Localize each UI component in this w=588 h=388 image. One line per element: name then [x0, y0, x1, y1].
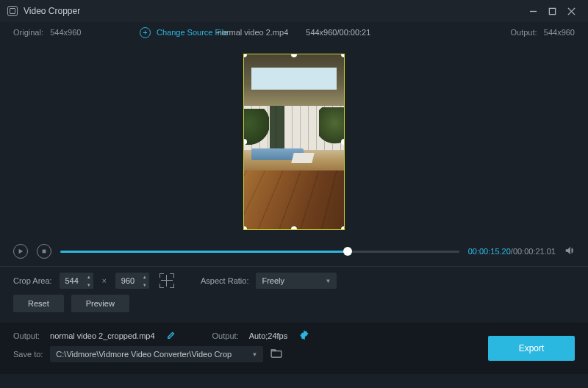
- reset-button[interactable]: Reset: [13, 295, 64, 312]
- preview-label: Preview: [86, 299, 115, 308]
- titlebar: Video Cropper: [0, 0, 588, 22]
- settings-button[interactable]: [299, 330, 309, 342]
- crop-handle[interactable]: [341, 226, 345, 230]
- save-to-label: Save to:: [13, 350, 43, 359]
- center-crop-button[interactable]: [159, 273, 174, 288]
- app-title: Video Cropper: [24, 6, 80, 16]
- multiply-sign: ×: [101, 276, 108, 285]
- spin-up-icon[interactable]: ▴: [85, 273, 93, 281]
- original-info: Original: 544x960: [13, 28, 131, 37]
- svg-rect-5: [43, 250, 46, 254]
- aspect-ratio-value: Freely: [262, 276, 284, 285]
- crop-box[interactable]: [243, 54, 345, 230]
- chevron-down-icon: ▼: [251, 351, 257, 358]
- preview-button[interactable]: Preview: [71, 295, 129, 312]
- minimize-button[interactable]: [523, 1, 542, 21]
- export-label: Export: [519, 343, 545, 353]
- original-size: 544x960: [50, 28, 81, 37]
- info-row: Original: 544x960 + Change Source File n…: [0, 22, 588, 43]
- crop-handle[interactable]: [243, 226, 247, 230]
- crop-handle[interactable]: [341, 54, 345, 57]
- save-path-value: C:\Vidmore\Vidmore Video Converter\Video…: [56, 350, 232, 359]
- svg-rect-8: [272, 351, 282, 358]
- spin-down-icon[interactable]: ▾: [85, 281, 93, 289]
- output-info: Output: 544x960: [511, 28, 575, 37]
- crop-width-input[interactable]: 544 ▴▾: [60, 273, 93, 289]
- crop-area-label: Crop Area:: [13, 276, 52, 285]
- svg-rect-1: [549, 8, 555, 14]
- source-meta: 544x960/00:00:21: [306, 28, 370, 37]
- close-button[interactable]: [562, 1, 581, 21]
- output-label: Output:: [511, 28, 537, 37]
- open-folder-button[interactable]: [270, 349, 282, 359]
- maximize-button[interactable]: [542, 1, 562, 21]
- crop-height-input[interactable]: 960 ▴▾: [115, 273, 149, 289]
- plus-circle-icon: +: [140, 27, 151, 38]
- time-total: 00:00:21.01: [513, 247, 556, 256]
- spin-down-icon[interactable]: ▾: [140, 281, 149, 289]
- aspect-ratio-label: Aspect Ratio:: [201, 276, 248, 285]
- output-file-label: Output:: [13, 331, 40, 340]
- output-file-name: normal video 2_cropped.mp4: [50, 331, 154, 340]
- stop-button[interactable]: [37, 244, 51, 259]
- volume-button[interactable]: [564, 245, 575, 257]
- crop-handle[interactable]: [291, 226, 297, 230]
- output-format-label: Output:: [212, 331, 239, 340]
- output-format-value: Auto;24fps: [249, 331, 288, 340]
- svg-marker-6: [566, 247, 570, 255]
- crop-width-value: 544: [60, 276, 85, 285]
- export-button[interactable]: Export: [488, 336, 575, 361]
- reset-label: Reset: [28, 299, 49, 308]
- source-info: normal video 2.mp4 544x960/00:00:21: [218, 28, 371, 37]
- svg-marker-4: [19, 249, 24, 254]
- video-stage: [0, 46, 588, 238]
- footer: Output: normal video 2_cropped.mp4 Outpu…: [0, 323, 588, 374]
- original-label: Original:: [13, 28, 43, 37]
- crop-handle[interactable]: [341, 139, 345, 145]
- chevron-down-icon: ▼: [326, 278, 331, 284]
- crop-controls: Crop Area: 544 ▴▾ × 960 ▴▾ Aspect Ratio:…: [0, 267, 588, 323]
- seek-knob[interactable]: [343, 247, 352, 256]
- change-source-button[interactable]: + Change Source File: [140, 27, 228, 38]
- crop-height-value: 960: [115, 276, 140, 285]
- seek-slider[interactable]: [60, 251, 459, 253]
- edit-name-button[interactable]: [167, 331, 176, 341]
- aspect-ratio-select[interactable]: Freely ▼: [256, 273, 337, 289]
- playbar: 00:00:15.20/00:00:21.01: [0, 238, 588, 265]
- play-button[interactable]: [13, 244, 28, 259]
- time-current: 00:00:15.20: [468, 247, 511, 256]
- app-icon: [7, 6, 18, 16]
- spin-up-icon[interactable]: ▴: [140, 273, 149, 281]
- time-display: 00:00:15.20/00:00:21.01: [468, 247, 556, 256]
- output-size: 544x960: [544, 28, 575, 37]
- save-path-select[interactable]: C:\Vidmore\Vidmore Video Converter\Video…: [50, 346, 263, 362]
- source-filename: normal video 2.mp4: [218, 28, 289, 37]
